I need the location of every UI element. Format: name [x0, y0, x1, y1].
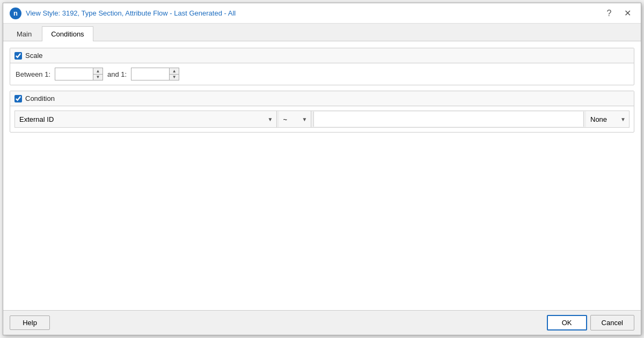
- between-spinners: ▲ ▼: [93, 68, 103, 80]
- condition-value-input[interactable]: NORTH: [313, 112, 584, 127]
- title-bar: n View Style: 3192, Type Section, Attrib…: [3, 3, 641, 24]
- condition-section: Condition External ID Name Description T…: [10, 91, 634, 133]
- between-input[interactable]: 400 ▲ ▼: [55, 68, 103, 80]
- scale-content: Between 1: 400 ▲ ▼ and 1: 100000 ▲ ▼: [10, 63, 634, 85]
- help-title-button[interactable]: ?: [602, 6, 616, 20]
- condition-checkbox[interactable]: [14, 95, 22, 102]
- field-select-wrapper: External ID Name Description Type ▼: [15, 111, 277, 127]
- footer-right: OK Cancel: [547, 315, 634, 330]
- condition-label: Condition: [25, 94, 55, 102]
- operator-select[interactable]: ~ = != < > ▼: [279, 111, 311, 127]
- app-icon: n: [10, 8, 21, 19]
- operator-dropdown[interactable]: ~ = != < >: [279, 111, 311, 127]
- cancel-button[interactable]: Cancel: [590, 315, 634, 330]
- tab-main[interactable]: Main: [8, 26, 41, 41]
- scale-label: Scale: [25, 52, 43, 60]
- between-up-btn[interactable]: ▲: [93, 68, 103, 74]
- title-bar-right: ? ✕: [602, 6, 634, 20]
- and-input[interactable]: 100000 ▲ ▼: [131, 68, 179, 80]
- and-spinners: ▲ ▼: [169, 68, 179, 80]
- close-button[interactable]: ✕: [620, 6, 634, 20]
- dialog: n View Style: 3192, Type Section, Attrib…: [3, 3, 641, 335]
- condition-row: External ID Name Description Type ▼: [14, 111, 630, 128]
- between-label: Between 1:: [16, 70, 50, 78]
- dialog-footer: Help OK Cancel: [3, 310, 641, 335]
- and-up-btn[interactable]: ▲: [170, 68, 179, 74]
- and-down-btn[interactable]: ▼: [170, 74, 179, 80]
- between-down-btn[interactable]: ▼: [93, 74, 103, 80]
- help-button[interactable]: Help: [10, 315, 50, 330]
- condition-content: External ID Name Description Type ▼: [10, 106, 634, 132]
- title-bar-left: n View Style: 3192, Type Section, Attrib…: [10, 8, 236, 19]
- between-value[interactable]: 400: [55, 68, 93, 80]
- dialog-title: View Style: 3192, Type Section, Attribut…: [26, 9, 236, 17]
- footer-left: Help: [10, 315, 50, 330]
- end-select-wrapper: None And Or ▼: [586, 111, 629, 127]
- scale-header: Scale: [10, 48, 634, 63]
- scale-section: Scale Between 1: 400 ▲ ▼ and 1: 100000 ▲…: [10, 48, 634, 85]
- end-dropdown[interactable]: None And Or: [586, 111, 629, 127]
- end-select[interactable]: None And Or ▼: [586, 111, 629, 127]
- and-label: and 1:: [107, 70, 127, 78]
- field-select[interactable]: External ID Name Description Type ▼: [15, 111, 276, 127]
- and-value[interactable]: 100000: [131, 68, 169, 80]
- condition-header: Condition: [10, 91, 634, 106]
- content-area: Scale Between 1: 400 ▲ ▼ and 1: 100000 ▲…: [3, 41, 641, 310]
- scale-checkbox[interactable]: [14, 52, 22, 60]
- tabs-bar: Main Conditions: [3, 24, 641, 41]
- tab-conditions[interactable]: Conditions: [42, 26, 93, 41]
- ok-button[interactable]: OK: [547, 315, 587, 330]
- operator-select-wrapper: ~ = != < > ▼: [279, 111, 311, 127]
- field-dropdown[interactable]: External ID Name Description Type: [15, 111, 276, 127]
